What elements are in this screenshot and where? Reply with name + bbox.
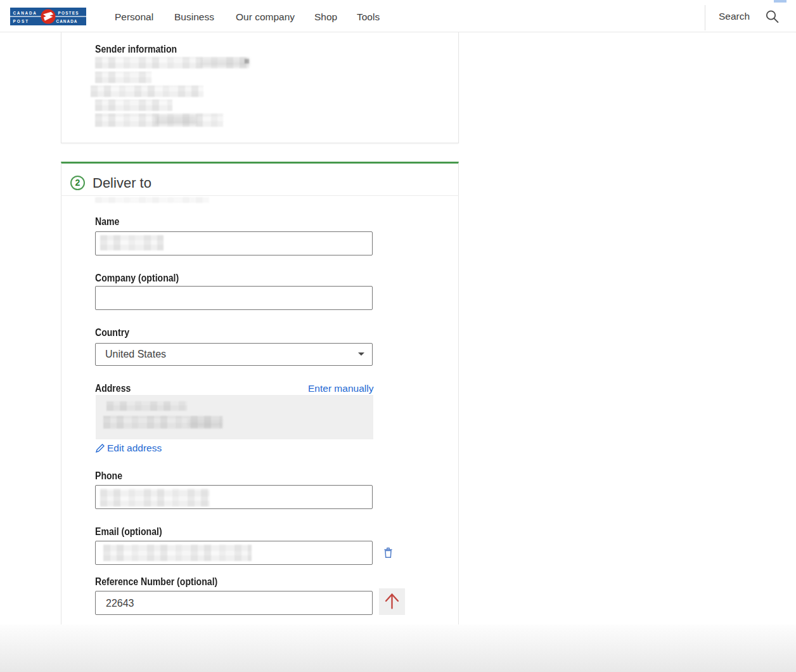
svg-text:CANADA: CANADA (13, 11, 37, 15)
svg-text:CANADA: CANADA (56, 19, 78, 23)
svg-text:POST: POST (13, 19, 30, 23)
svg-text:POSTES: POSTES (58, 11, 79, 15)
